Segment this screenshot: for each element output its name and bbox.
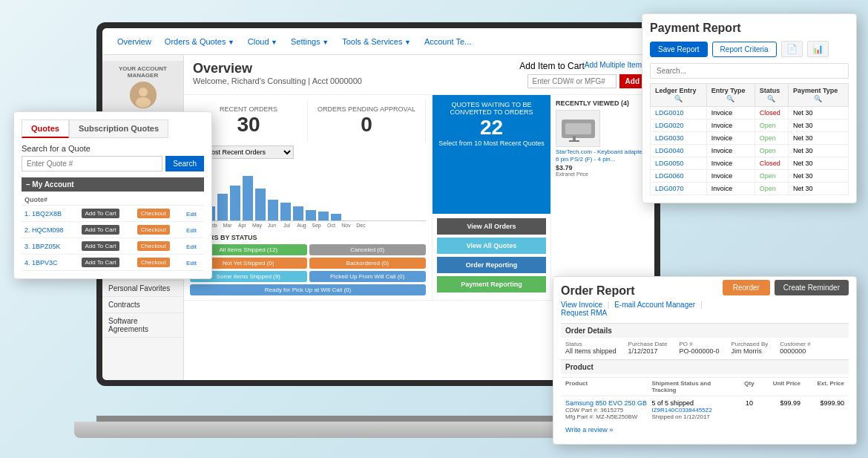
my-account-header: – My Account [22,177,204,192]
svg-point-2 [136,97,151,108]
rv-product-name[interactable]: StarTech.com - Keyboard adapte... 6 pin … [556,148,650,163]
quote-id-3[interactable]: 3. 1BPZ05K [24,243,61,250]
payment-report-search[interactable] [650,63,849,79]
col-payment-type: Payment Type 🔍 [788,84,848,107]
pr-row-7: LDG0070 Invoice Open Net 30 [651,183,849,195]
reorder-button[interactable]: Reorder [723,280,770,295]
nav-tools[interactable]: Tools & Services [342,37,411,46]
ledger-link-6[interactable]: LDG0060 [655,172,684,180]
ledger-link-4[interactable]: LDG0040 [655,147,684,154]
ledger-link-1[interactable]: LDG0010 [655,109,684,117]
view-all-quotes-btn[interactable]: View All Quotes [437,238,546,254]
pr-row-4: LDG0040 Invoice Open Net 30 [651,145,849,157]
add-input[interactable] [527,74,617,88]
request-rma-link[interactable]: Request RMA [561,309,607,317]
create-reminder-button[interactable]: Create Reminder [775,280,849,295]
product-section: Product [561,359,849,374]
po-detail: PO # PO-000000-0 [679,341,719,355]
col-unit-header: Unit Price [763,380,800,393]
quotes-waiting: QUOTES WAITING TO BE CONVERTED TO ORDERS… [433,95,550,214]
status-backordered[interactable]: Backordered (0) [309,258,427,269]
tab-subscription-quotes[interactable]: Subscription Quotes [69,120,168,138]
mfg-part: Mfg Part #: MZ-N5E250BW [565,413,649,420]
add-to-cart-1[interactable]: Add To Cart [82,209,119,218]
ledger-link-7[interactable]: LDG0070 [655,185,684,192]
quote-id-2[interactable]: 2. HQCM098 [24,226,64,234]
payment-reporting-btn[interactable]: Payment Reporting [437,276,546,292]
tracking-number[interactable]: IZ9R140C03384455Z2 [652,407,736,413]
status-canceled[interactable]: Canceled (0) [309,244,427,255]
edit-1[interactable]: Edit [186,211,197,217]
nav-cloud[interactable]: Cloud [248,37,277,46]
status-grid: All Items Shipped (12) Canceled (0) Not … [190,244,426,295]
rv-item-1: StarTech.com - Keyboard adapte... 6 pin … [556,110,650,177]
edit-3[interactable]: Edit [186,243,197,250]
checkout-4[interactable]: Checkout [137,258,170,267]
email-manager-link[interactable]: E-mail Account Manager [614,301,695,309]
bar-nov [318,212,329,220]
order-report-panel: Order Report Reorder Create Reminder Vie… [553,276,857,445]
ledger-link-3[interactable]: LDG0030 [655,134,684,142]
search-quote-row: Search [22,156,204,171]
checkout-1[interactable]: Checkout [137,209,170,218]
status-will-call[interactable]: Picked Up From Will Call (0) [309,271,427,282]
shipped-date: Shipped on 1/12/2017 [652,413,736,420]
entry-type-filter-icon[interactable]: 🔍 [711,94,750,103]
report-criteria-button[interactable]: Report Criteria [712,42,777,57]
nav-orders-quotes[interactable]: Orders & Quotes [165,37,234,46]
link-sep-1: | [608,301,610,309]
edit-4[interactable]: Edit [186,260,197,266]
pr-row-3: LDG0030 Invoice Open Net 30 [651,132,849,145]
ledger-filter-icon[interactable]: 🔍 [655,94,702,103]
cdw-part: CDW Part #: 3615275 [565,407,649,413]
sidebar-item-software[interactable]: Software Agreements [102,313,183,338]
ledger-link-5[interactable]: LDG0050 [655,160,684,167]
quote-id-4[interactable]: 4. 1BPV3C [24,259,58,266]
page-title: Overview [193,61,362,76]
order-details-row: Status All Items shipped Purchase Date 1… [561,341,849,355]
quote-id-1[interactable]: 1. 1BQ2X8B [24,210,62,217]
bar-oct [306,210,316,220]
orders-by-status: ORDERS BY STATUS All Items Shipped (12) … [190,234,426,295]
col-ext-header: Ext. Price [803,380,844,393]
write-review-link[interactable]: Write a review » [561,423,849,436]
view-all-orders-btn[interactable]: View All Orders [437,218,546,235]
account-manager-label: YOUR ACCOUNT MANAGER [107,65,179,79]
pending-orders-stat: ORDERS PENDING APPROVAL 0 [308,99,426,143]
edit-2[interactable]: Edit [186,227,197,234]
nav-overview[interactable]: Overview [117,37,151,46]
product-name-link[interactable]: Samsung 850 EVO 250 GB [565,399,649,407]
order-report-toolbar: Reorder Create Reminder [723,280,849,295]
payment-type-filter-icon[interactable]: 🔍 [793,94,844,103]
payment-report-table: Ledger Entry 🔍 Entry Type 🔍 Status 🔍 Pay… [650,83,849,195]
sidebar-item-contracts[interactable]: Contracts [102,297,183,313]
add-to-cart-3[interactable]: Add To Cart [82,241,119,251]
svg-rect-6 [569,140,579,142]
tracking-status: 5 of 5 shipped [652,399,736,407]
add-multiple-link[interactable]: Add Multiple Items [585,61,645,71]
pr-row-5: LDG0050 Invoice Closed Net 30 [651,157,849,170]
search-quote-button[interactable]: Search [165,156,204,171]
ledger-link-2[interactable]: LDG0020 [655,122,684,129]
add-to-cart-2[interactable]: Add To Cart [82,225,119,235]
avatar [130,82,157,108]
export-excel-button[interactable]: 📊 [807,41,829,57]
checkout-3[interactable]: Checkout [137,241,170,251]
tab-quotes[interactable]: Quotes [22,120,69,138]
search-quote-input[interactable] [22,156,162,171]
order-reporting-btn[interactable]: Order Reporting [437,257,546,273]
view-invoice-link[interactable]: View Invoice [561,301,602,309]
save-report-button[interactable]: Save Report [650,42,708,57]
sidebar-item-personal-fav[interactable]: Personal Favorites [102,281,183,297]
nav-account[interactable]: Account Te... [424,37,471,46]
add-to-cart-4[interactable]: Add To Cart [82,258,119,267]
status-filter-icon[interactable]: 🔍 [760,94,783,103]
search-quote-label: Search for a Quote [22,144,204,153]
nav-settings[interactable]: Settings [291,37,329,46]
status-ready-will-call[interactable]: Ready for Pick Up at Will Call (0) [190,284,426,295]
svg-rect-4 [565,123,591,134]
checkout-2[interactable]: Checkout [137,225,170,235]
export-pdf-button[interactable]: 📄 [781,41,803,57]
col-status: Status 🔍 [754,84,788,107]
quote-row-2: 2. HQCM098 Add To Cart Checkout Edit [22,222,204,238]
